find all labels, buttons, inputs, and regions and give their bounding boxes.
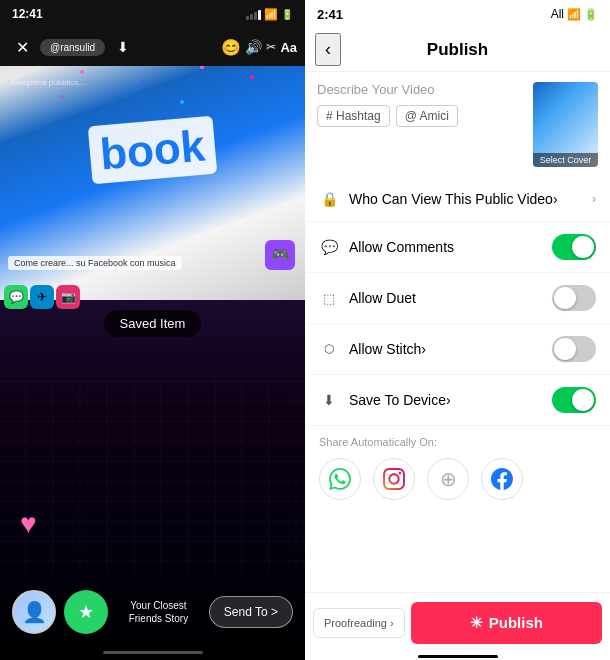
toggle-knob-duet bbox=[554, 287, 576, 309]
volume-icon[interactable]: 🔊 bbox=[245, 39, 262, 55]
battery-icon-left: 🔋 bbox=[281, 9, 293, 20]
amici-button[interactable]: @ Amici bbox=[396, 105, 458, 127]
share-add[interactable]: ⊕ bbox=[427, 458, 469, 500]
aa-icon[interactable]: Aa bbox=[280, 40, 297, 55]
chevron-icon: › bbox=[592, 192, 596, 206]
lock-icon: 🔒 bbox=[319, 189, 339, 209]
home-indicator-left bbox=[103, 651, 203, 654]
duet-icon: ⬚ bbox=[319, 288, 339, 308]
overlay-icons: 🎮 bbox=[265, 240, 295, 270]
allow-stitch-row[interactable]: ⬡ Allow Stitch› bbox=[305, 324, 610, 375]
right-home-indicator bbox=[305, 652, 610, 660]
wifi-icon-right: 📶 bbox=[567, 8, 581, 21]
cover-thumbnail[interactable]: Select Cover bbox=[533, 82, 598, 167]
saved-item-badge: Saved Item bbox=[104, 310, 202, 337]
publish-label: Publish bbox=[489, 614, 543, 631]
publish-title: Publish bbox=[427, 40, 488, 60]
who-can-view-label: Who Can View This Public Video› bbox=[349, 191, 582, 207]
publish-hint: Anteprima pubblico... bbox=[10, 78, 85, 87]
right-status-icons: All 📶 🔋 bbox=[551, 7, 598, 21]
allow-stitch-label: Allow Stitch› bbox=[349, 341, 542, 357]
twitch-icon: 🎮 bbox=[265, 240, 295, 270]
toolbar-left[interactable]: ✕ @ransulid ⬇ bbox=[8, 33, 137, 61]
heart-decoration: ♥ bbox=[20, 508, 37, 540]
hashtag-row: # Hashtag @ Amici bbox=[317, 105, 525, 127]
left-toolbar: ✕ @ransulid ⬇ 😊 🔊 ✂ Aa bbox=[0, 28, 305, 66]
back-button[interactable]: ‹ bbox=[315, 33, 341, 66]
app-icons-row: 💬 ✈ 📷 bbox=[4, 285, 301, 309]
save-to-device-toggle[interactable] bbox=[552, 387, 596, 413]
allow-stitch-toggle[interactable] bbox=[552, 336, 596, 362]
instagram-app-icon: 📷 bbox=[56, 285, 80, 309]
description-input-zone[interactable]: Describe Your Video # Hashtag @ Amici bbox=[317, 82, 525, 167]
scissors-icon[interactable]: ✂ bbox=[266, 40, 276, 54]
allow-duet-row[interactable]: ⬚ Allow Duet bbox=[305, 273, 610, 324]
right-time: 2:41 bbox=[317, 7, 343, 22]
left-status-icons: 📶 🔋 bbox=[246, 8, 293, 21]
friends-icon: ★ bbox=[64, 590, 108, 634]
allow-duet-toggle[interactable] bbox=[552, 285, 596, 311]
who-can-view-row[interactable]: 🔒 Who Can View This Public Video› › bbox=[305, 177, 610, 222]
left-bottom-bar: 👤 ★ Your Closest Friends Story Send To > bbox=[0, 580, 305, 660]
share-icons-row: ⊕ bbox=[319, 458, 596, 500]
save-to-device-row[interactable]: ⬇ Save To Device› bbox=[305, 375, 610, 426]
wifi-icon: 📶 bbox=[264, 8, 278, 21]
bottom-action-bar: Proofreading › ✳ Publish bbox=[305, 592, 610, 652]
hashtag-button[interactable]: # Hashtag bbox=[317, 105, 390, 127]
all-text: All bbox=[551, 7, 564, 21]
telegram-app-icon: ✈ bbox=[30, 285, 54, 309]
description-placeholder: Describe Your Video bbox=[317, 82, 525, 97]
allow-comments-row[interactable]: 💬 Allow Comments bbox=[305, 222, 610, 273]
allow-comments-label: Allow Comments bbox=[349, 239, 542, 255]
whatsapp-app-icon: 💬 bbox=[4, 285, 28, 309]
battery-icon-right: 🔋 bbox=[584, 8, 598, 21]
settings-section: 🔒 Who Can View This Public Video› › 💬 Al… bbox=[305, 177, 610, 592]
right-panel: 2:41 All 📶 🔋 ‹ Publish Describe Your Vid… bbox=[305, 0, 610, 660]
share-facebook[interactable] bbox=[481, 458, 523, 500]
right-header: ‹ Publish bbox=[305, 28, 610, 72]
allow-duet-label: Allow Duet bbox=[349, 290, 542, 306]
publish-button[interactable]: ✳ Publish bbox=[411, 602, 602, 644]
description-area: Describe Your Video # Hashtag @ Amici Se… bbox=[305, 72, 610, 177]
emoji-icon[interactable]: 😊 bbox=[221, 38, 241, 57]
cover-label: Select Cover bbox=[533, 153, 598, 167]
home-bar bbox=[418, 655, 498, 658]
stitch-icon: ⬡ bbox=[319, 339, 339, 359]
share-section: Share Automatically On: ⊕ bbox=[305, 426, 610, 516]
comment-icon: 💬 bbox=[319, 237, 339, 257]
friend-story-label: Your Closest Friends Story bbox=[116, 599, 201, 625]
send-to-button[interactable]: Send To > bbox=[209, 596, 293, 628]
share-instagram[interactable] bbox=[373, 458, 415, 500]
download-icon[interactable]: ⬇ bbox=[109, 33, 137, 61]
left-time: 12:41 bbox=[12, 7, 43, 21]
keyboard-image bbox=[0, 380, 305, 580]
username-tag[interactable]: @ransulid bbox=[40, 39, 105, 56]
share-label: Share Automatically On: bbox=[319, 436, 596, 448]
toolbar-right: 😊 🔊 ✂ Aa bbox=[221, 38, 297, 57]
left-panel: book Come creare... su Facebook con musi… bbox=[0, 0, 305, 660]
save-to-device-label: Save To Device› bbox=[349, 392, 542, 408]
toggle-knob bbox=[572, 236, 594, 258]
proofreading-button[interactable]: Proofreading › bbox=[313, 608, 405, 638]
left-status-bar: 12:41 📶 🔋 bbox=[0, 0, 305, 28]
share-whatsapp[interactable] bbox=[319, 458, 361, 500]
signal-icon bbox=[246, 8, 261, 20]
allow-comments-toggle[interactable] bbox=[552, 234, 596, 260]
toggle-knob-stitch bbox=[554, 338, 576, 360]
toggle-knob-save bbox=[572, 389, 594, 411]
save-device-icon: ⬇ bbox=[319, 390, 339, 410]
close-icon[interactable]: ✕ bbox=[8, 33, 36, 61]
right-status-bar: 2:41 All 📶 🔋 bbox=[305, 0, 610, 28]
sparkle-icon: ✳ bbox=[470, 614, 483, 632]
avatar: 👤 bbox=[12, 590, 56, 634]
